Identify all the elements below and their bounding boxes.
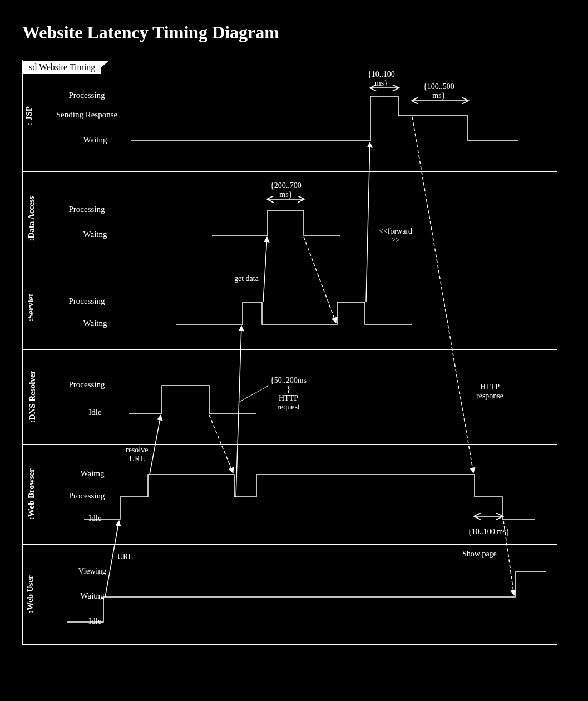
annot-forward: <<forward >> xyxy=(379,227,412,245)
lane-label-browser: :Web Browser xyxy=(27,468,36,520)
state-browser-processing: Processing xyxy=(62,491,112,501)
state-dns-idle: Idle xyxy=(70,408,120,417)
lane-servlet: :Servlet Processing Waitng xyxy=(23,266,557,350)
lane-user: :Web User Viewing Waitng Idle xyxy=(23,544,557,644)
lane-label-servlet: :Servlet xyxy=(26,294,36,322)
lane-label-data-access: :Data Access xyxy=(27,196,36,241)
annot-browser-proc-time: {10..100 ms} xyxy=(468,527,510,536)
state-jsp-processing: Processing xyxy=(62,91,112,100)
lane-jsp: : JSP Processing Sending Response Waitng xyxy=(23,60,557,172)
state-jsp-waiting: Waitng xyxy=(70,135,120,145)
lane-label-jsp: : JSP xyxy=(24,106,34,125)
state-dns-processing: Processing xyxy=(62,380,112,389)
annot-jsp-send-time: {100..500 ms} xyxy=(423,82,454,100)
state-browser-idle: Idle xyxy=(70,514,120,523)
state-da-processing: Processing xyxy=(62,205,112,214)
page-title: Website Latency Timing Diagram xyxy=(22,22,566,43)
lane-label-user: :Web User xyxy=(26,575,35,613)
annot-http-req: {50..200ms } HTTP request xyxy=(270,376,307,412)
annot-da-proc-time: {200..700 ms} xyxy=(270,181,302,199)
state-servlet-processing: Processing xyxy=(62,297,112,306)
state-user-idle: Idle xyxy=(70,616,120,626)
annot-get-data: get data xyxy=(234,274,259,283)
annot-url: URL xyxy=(117,552,133,561)
annot-http-resp: HTTP response xyxy=(476,383,503,401)
annot-show-page: Show page xyxy=(462,550,497,559)
timing-diagram: sd Website Timing : JSP Processing Sendi… xyxy=(22,60,557,645)
annot-jsp-proc-time: {10..100 ms} xyxy=(368,70,395,88)
state-user-viewing: Viewing xyxy=(67,566,117,576)
annot-resolve-url: resolve URL xyxy=(126,446,148,463)
state-da-waiting: Waitng xyxy=(70,230,120,239)
state-servlet-waiting: Waitng xyxy=(70,319,120,328)
state-jsp-sending: Sending Response xyxy=(48,110,126,120)
state-user-waiting: Waitng xyxy=(67,591,117,601)
lane-label-dns: :DNS Resolver xyxy=(28,371,37,423)
state-browser-waiting: Waitng xyxy=(67,469,117,478)
